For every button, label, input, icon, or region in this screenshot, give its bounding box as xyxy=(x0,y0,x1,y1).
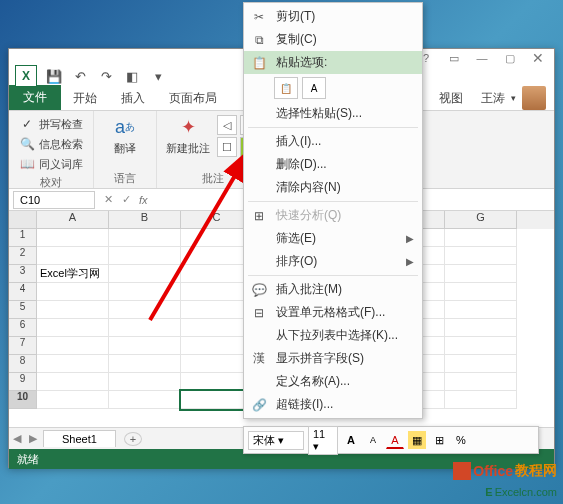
mini-decrease-size[interactable]: A xyxy=(364,431,382,449)
cell[interactable] xyxy=(445,283,517,301)
cell[interactable] xyxy=(109,337,181,355)
ctx-delete[interactable]: 删除(D)... xyxy=(244,153,422,176)
qat-customize-button[interactable]: ▾ xyxy=(149,67,167,85)
paste-option-values[interactable]: A xyxy=(302,77,326,99)
select-all-corner[interactable] xyxy=(9,211,37,229)
mini-font-color[interactable]: A xyxy=(386,431,404,449)
cell[interactable] xyxy=(445,373,517,391)
ctx-clear[interactable]: 清除内容(N) xyxy=(244,176,422,199)
cell[interactable] xyxy=(445,247,517,265)
col-a[interactable]: A xyxy=(37,211,109,229)
mini-border[interactable]: ⊞ xyxy=(430,431,448,449)
prev-comment-icon[interactable]: ◁ xyxy=(217,115,237,135)
mini-size-select[interactable]: 11 ▾ xyxy=(308,426,338,455)
cell[interactable] xyxy=(445,319,517,337)
cell[interactable] xyxy=(445,301,517,319)
redo-button[interactable]: ↷ xyxy=(97,67,115,85)
minimize-button[interactable]: ― xyxy=(468,50,496,66)
cell[interactable] xyxy=(109,247,181,265)
paste-option-default[interactable]: 📋 xyxy=(274,77,298,99)
ctx-hyperlink[interactable]: 🔗超链接(I)... xyxy=(244,393,422,416)
spellcheck-button[interactable]: ✓拼写检查 xyxy=(17,115,85,133)
sheet-tab-sheet1[interactable]: Sheet1 xyxy=(43,430,116,447)
ctx-sort[interactable]: 排序(O)▶ xyxy=(244,250,422,273)
cell[interactable] xyxy=(109,265,181,283)
row-9[interactable]: 9 xyxy=(9,373,37,391)
ctx-format-cells[interactable]: ⊟设置单元格格式(F)... xyxy=(244,301,422,324)
new-comment-button[interactable]: ✦ 新建批注 xyxy=(165,115,211,156)
mini-increase-size[interactable]: A xyxy=(342,431,360,449)
research-button[interactable]: 🔍信息检索 xyxy=(17,135,85,153)
sheet-nav-next[interactable]: ▶ xyxy=(25,432,41,445)
ctx-define-name[interactable]: 定义名称(A)... xyxy=(244,370,422,393)
ctx-dropdown-list[interactable]: 从下拉列表中选择(K)... xyxy=(244,324,422,347)
tab-view-partial[interactable]: 视图 xyxy=(439,87,475,110)
cell[interactable] xyxy=(37,319,109,337)
touch-mode-button[interactable]: ◧ xyxy=(123,67,141,85)
row-4[interactable]: 4 xyxy=(9,283,37,301)
cell[interactable] xyxy=(445,265,517,283)
cell[interactable] xyxy=(37,391,109,409)
cell[interactable] xyxy=(109,319,181,337)
ctx-copy[interactable]: ⧉复制(C) xyxy=(244,28,422,51)
translate-button[interactable]: aあ 翻译 xyxy=(102,115,148,156)
row-3[interactable]: 3 xyxy=(9,265,37,283)
cell[interactable] xyxy=(109,391,181,409)
comment-icon: 💬 xyxy=(250,282,268,298)
restore-button[interactable]: ▢ xyxy=(496,50,524,66)
tab-insert[interactable]: 插入 xyxy=(109,87,157,110)
ctx-paste-special[interactable]: 选择性粘贴(S)... xyxy=(244,102,422,125)
row-7[interactable]: 7 xyxy=(9,337,37,355)
cell[interactable] xyxy=(445,391,517,409)
cell[interactable] xyxy=(37,355,109,373)
avatar[interactable] xyxy=(522,86,546,110)
col-g[interactable]: G xyxy=(445,211,517,229)
ctx-insert-comment[interactable]: 💬插入批注(M) xyxy=(244,278,422,301)
user-name[interactable]: 王涛 xyxy=(481,90,505,107)
fx-icon[interactable]: fx xyxy=(135,194,148,206)
cell[interactable] xyxy=(37,283,109,301)
cell[interactable] xyxy=(109,283,181,301)
new-sheet-button[interactable]: + xyxy=(124,432,142,446)
cell[interactable] xyxy=(109,229,181,247)
cell[interactable] xyxy=(445,229,517,247)
name-box[interactable]: C10 xyxy=(13,191,95,209)
row-5[interactable]: 5 xyxy=(9,301,37,319)
show-comment-icon[interactable]: ☐ xyxy=(217,137,237,157)
ctx-phonetic[interactable]: 漢显示拼音字段(S) xyxy=(244,347,422,370)
cell[interactable] xyxy=(37,373,109,391)
tab-file[interactable]: 文件 xyxy=(9,85,61,110)
cell[interactable] xyxy=(37,229,109,247)
row-8[interactable]: 8 xyxy=(9,355,37,373)
cancel-icon[interactable]: ✕ xyxy=(99,193,117,206)
cell[interactable] xyxy=(37,337,109,355)
ctx-cut[interactable]: ✂剪切(T) xyxy=(244,5,422,28)
sheet-nav-prev[interactable]: ◀ xyxy=(9,432,25,445)
cell[interactable] xyxy=(37,301,109,319)
row-1[interactable]: 1 xyxy=(9,229,37,247)
save-button[interactable]: 💾 xyxy=(45,67,63,85)
thesaurus-button[interactable]: 📖同义词库 xyxy=(17,155,85,173)
mini-fill-color[interactable]: ▦ xyxy=(408,431,426,449)
ctx-insert[interactable]: 插入(I)... xyxy=(244,130,422,153)
cell[interactable] xyxy=(445,355,517,373)
col-b[interactable]: B xyxy=(109,211,181,229)
tab-pagelayout[interactable]: 页面布局 xyxy=(157,87,229,110)
row-10[interactable]: 10 xyxy=(9,391,37,409)
mini-font-select[interactable]: 宋体 ▾ xyxy=(248,431,304,450)
cell-a3[interactable]: Excel学习网 xyxy=(37,265,109,283)
cell[interactable] xyxy=(37,247,109,265)
cell[interactable] xyxy=(109,355,181,373)
cell[interactable] xyxy=(445,337,517,355)
mini-percent[interactable]: % xyxy=(452,431,470,449)
ribbon-display-button[interactable]: ▭ xyxy=(440,50,468,66)
cell[interactable] xyxy=(109,373,181,391)
enter-icon[interactable]: ✓ xyxy=(117,193,135,206)
tab-home[interactable]: 开始 xyxy=(61,87,109,110)
row-6[interactable]: 6 xyxy=(9,319,37,337)
undo-button[interactable]: ↶ xyxy=(71,67,89,85)
close-button[interactable]: ✕ xyxy=(524,50,552,66)
ctx-filter[interactable]: 筛选(E)▶ xyxy=(244,227,422,250)
row-2[interactable]: 2 xyxy=(9,247,37,265)
cell[interactable] xyxy=(109,301,181,319)
